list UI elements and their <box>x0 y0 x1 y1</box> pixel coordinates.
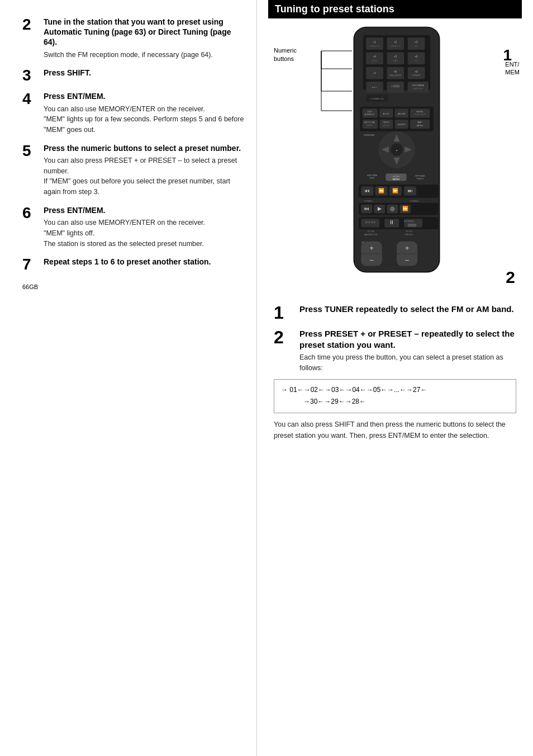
svg-text:AMP: AMP <box>417 121 422 124</box>
step-4-left: 4 Press ENT/MEM. You can also use MEMORY… <box>22 91 245 135</box>
step-1-right-content: Press TUNER repeatedly to select the FM … <box>299 304 516 317</box>
svg-text:DMPORT: DMPORT <box>413 87 423 90</box>
step-5-left: 5 Press the numeric buttons to select a … <box>22 143 245 197</box>
svg-text:•RETURN/: •RETURN/ <box>367 174 378 177</box>
svg-rect-8 <box>408 37 425 50</box>
svg-text:TV CH: TV CH <box>406 230 412 233</box>
svg-text:A.F.D.: A.F.D. <box>383 112 389 115</box>
svg-text:MUSIC: MUSIC <box>416 111 423 113</box>
step-4-content: Press ENT/MEM. You can also use MEMORY/E… <box>44 91 245 135</box>
step-2-left: 2 Tune in the station that you want to p… <box>22 17 245 60</box>
svg-text:+: + <box>369 244 374 252</box>
svg-text:D.TUNING: D.TUNING <box>404 220 415 223</box>
step-number-6: 6 <box>22 205 39 221</box>
step-2-content: Tune in the station that you want to pre… <box>44 17 245 60</box>
svg-text:NIGHT MODE: NIGHT MODE <box>414 114 426 116</box>
svg-text:•9: •9 <box>415 70 418 73</box>
svg-point-91 <box>390 206 395 211</box>
svg-text:•8: •8 <box>394 70 397 73</box>
right-column: Tuning to preset stations Numericbuttons… <box>257 0 533 756</box>
svg-text:•-/--: •-/-- <box>372 86 377 89</box>
step-6-title: Press ENT/MEM. <box>44 205 245 215</box>
svg-text:⏪: ⏪ <box>378 187 384 194</box>
step-number-2: 2 <box>22 17 39 32</box>
svg-text:MASTER VOL: MASTER VOL <box>364 234 378 236</box>
svg-text:⏮: ⏮ <box>364 206 369 211</box>
svg-text:INPUT: INPUT <box>383 121 390 124</box>
remote-wrapper: Numericbuttons ENT/MEM 1 2 •1 VIDEO 1 •2… <box>268 24 525 304</box>
step-6-left: 6 Press ENT/MEM. You can also use MEMORY… <box>22 205 245 249</box>
svg-text:MENU: MENU <box>392 178 399 181</box>
svg-text:TUNING –: TUNING – <box>364 200 375 202</box>
svg-text:DVD: DVD <box>372 59 377 62</box>
step-num-2-right: 2 <box>274 328 294 346</box>
svg-text:OPTIONS: OPTIONS <box>415 175 425 177</box>
step-3-title: Press SHIFT. <box>44 68 245 78</box>
step-2-right-content: Press PRESET + or PRESET – repeatedly to… <box>299 328 516 374</box>
svg-rect-22 <box>387 67 404 79</box>
svg-text:EXIT: EXIT <box>370 177 375 179</box>
preset-cycle-line2: →30←→29←→28← <box>281 396 509 408</box>
step-7-title: Repeat steps 1 to 6 to preset another st… <box>44 257 245 267</box>
svg-text:DISC SKIP: DISC SKIP <box>365 221 375 224</box>
step-5-title: Press the numeric buttons to select a pr… <box>44 143 245 153</box>
svg-text:⏭: ⏭ <box>408 188 413 193</box>
preset-cycle-diagram: → 01←→02←→03←→04←→05←→...←→27← →30←→29←→… <box>274 379 516 413</box>
step-6-body: You can also use MEMORY/ENTER on the rec… <box>44 218 245 249</box>
svg-text:MODE: MODE <box>383 125 390 127</box>
svg-text:•6: •6 <box>415 55 418 58</box>
svg-text:⏸: ⏸ <box>389 219 394 225</box>
label-2: 2 <box>506 268 515 287</box>
svg-text:SAT: SAT <box>393 59 398 62</box>
preset-cycle-line1: → 01←→02←→03←→04←→05←→...←→27← <box>281 384 509 396</box>
svg-text:CLEAR/>10: CLEAR/>10 <box>370 97 384 100</box>
svg-rect-101 <box>408 224 416 226</box>
svg-text:⏩: ⏩ <box>402 205 408 212</box>
svg-text:VIDEO 1: VIDEO 1 <box>370 45 380 48</box>
svg-text:TOOLS: TOOLS <box>416 178 423 180</box>
step-2-right-body2: You can also press SHIFT and then press … <box>274 419 516 441</box>
step-3-content: Press SHIFT. <box>44 68 245 80</box>
svg-text:✦: ✦ <box>396 149 398 152</box>
step-2-body: Switch the FM reception mode, if necessa… <box>44 50 245 60</box>
svg-rect-11 <box>366 52 383 64</box>
svg-text:TV VOL: TV VOL <box>367 230 375 233</box>
svg-text:•HOME: •HOME <box>392 176 399 178</box>
svg-text:•DISPLAY: •DISPLAY <box>364 134 375 136</box>
step-2-right-title: Press PRESET + or PRESET – repeatedly to… <box>299 328 516 350</box>
svg-text:• 0/10: • 0/10 <box>392 84 399 88</box>
svg-text:•7: •7 <box>373 72 376 75</box>
svg-rect-17 <box>408 52 425 64</box>
step-number-3: 3 <box>22 68 39 83</box>
svg-text:MOVIE: MOVIE <box>398 112 406 115</box>
svg-text:A.DIRECT: A.DIRECT <box>365 114 375 116</box>
step-2-right: 2 Press PRESET + or PRESET – repeatedly … <box>274 328 516 374</box>
svg-rect-25 <box>408 67 425 79</box>
svg-text:AUTO CAL: AUTO CAL <box>364 121 375 124</box>
svg-text:TV: TV <box>415 59 418 62</box>
svg-text:•5: •5 <box>394 55 397 58</box>
step-4-body: You can also use MEMORY/ENTER on the rec… <box>44 104 245 135</box>
step-6-content: Press ENT/MEM. You can also use MEMORY/E… <box>44 205 245 249</box>
svg-rect-14 <box>387 52 404 64</box>
svg-text:−: − <box>405 256 410 264</box>
svg-text:SLEEP: SLEEP <box>398 123 406 126</box>
svg-text:•1: •1 <box>373 40 376 44</box>
step-4-title: Press ENT/MEM. <box>44 91 245 101</box>
svg-text:INPUT: INPUT <box>367 125 373 127</box>
remote-control-svg: •1 VIDEO 1 •2 VIDEO 2 •3 BD •4 DVD •5 SA… <box>335 24 458 281</box>
step-7-content: Repeat steps 1 to 6 to preset another st… <box>44 257 245 269</box>
step-2-title: Tune in the station that you want to pre… <box>44 17 245 48</box>
svg-text:VIDEO 2: VIDEO 2 <box>391 45 401 48</box>
step-2-right-body: Each time you press the button, you can … <box>299 352 516 374</box>
svg-text:•3: •3 <box>415 40 418 44</box>
section-title: Tuning to preset stations <box>268 0 522 18</box>
left-column: 2 Tune in the station that you want to p… <box>0 0 257 756</box>
svg-text:⏩: ⏩ <box>392 187 398 194</box>
svg-text:−: − <box>369 256 374 264</box>
svg-text:2CH/: 2CH/ <box>367 111 373 113</box>
svg-text:TUNING +: TUNING + <box>410 200 421 202</box>
step-5-body: You can also press PRESET + or PRESET – … <box>44 155 245 197</box>
page-number: 66GB <box>22 284 245 290</box>
step-3-left: 3 Press SHIFT. <box>22 68 245 83</box>
